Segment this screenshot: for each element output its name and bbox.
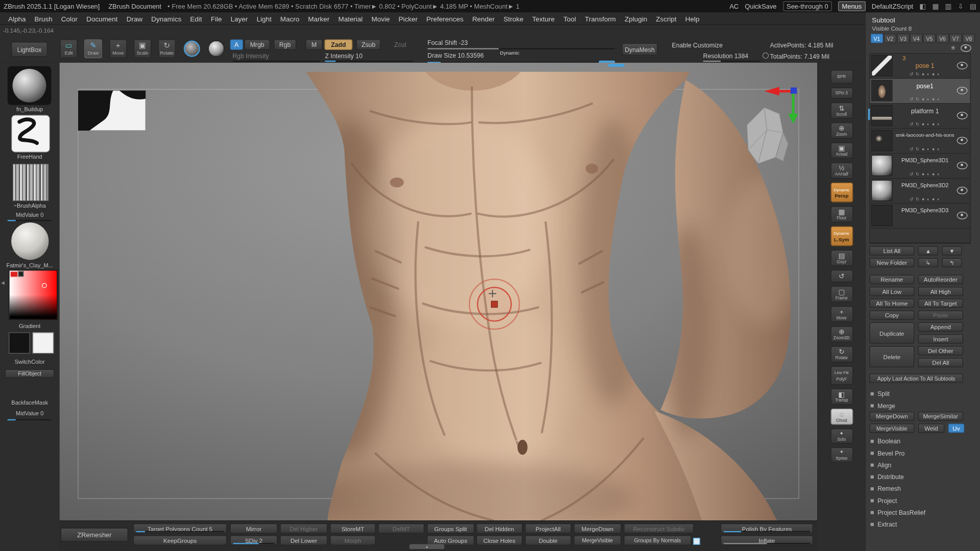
menu-help[interactable]: Help [681,15,704,22]
subtool-folder-row[interactable]: 3 pose 1 ↺ ↻ ● ◐ ● ◐ [870,54,970,79]
floor-grid-button[interactable]: ▦Floor [830,206,853,222]
menu-layer[interactable]: Layer [226,15,252,22]
menu-light[interactable]: Light [252,15,276,22]
duplicate-button[interactable]: Duplicate [869,322,914,344]
zremesher-button[interactable]: ZRemesher [61,528,128,542]
canvas-scroll-handle[interactable] [608,64,624,67]
close-holes-button[interactable]: Close Holes [476,535,523,545]
backface-mask-button[interactable]: BackfaceMask [0,400,59,406]
append-button[interactable]: Append [918,322,963,332]
enable-customize-toggle[interactable]: Enable Customize [672,42,722,48]
transparency-button[interactable]: ◧Transp [830,389,853,405]
menu-render[interactable]: Render [468,15,499,22]
resolution-knob[interactable] [763,53,769,59]
subtool-row-icons[interactable]: ↺ ↻ ● ◐ ● ◐ [894,72,956,77]
tab-v6[interactable]: V6 [936,34,948,43]
default-zscript-button[interactable]: DefaultZScript [872,3,913,10]
tab-v8[interactable]: V8 [963,34,975,43]
menu-picker[interactable]: Picker [394,15,422,22]
menu-preferences[interactable]: Preferences [422,15,468,22]
groups-split-button[interactable]: Groups Split [427,523,474,534]
main-color-swatch[interactable] [9,332,30,354]
all-to-target-button[interactable]: All To Target [918,298,963,308]
current-brush-thumbnail[interactable] [8,66,52,105]
subtool-thumbnail[interactable] [871,130,893,152]
storemt-button[interactable]: StoreMT [330,523,376,534]
scroll-button[interactable]: ⇅Scroll [830,103,853,119]
aahalf-button[interactable]: ½AAHalf [830,162,853,179]
subtool-thumbnail[interactable] [871,155,893,177]
target-polygons-slider[interactable]: Target Polygons Count 5 [133,523,227,534]
split-layout-icon[interactable]: ▥ [945,2,951,10]
focal-shift-track[interactable] [428,48,615,49]
menu-dynamics[interactable]: Dynamics [147,15,186,22]
tab-v1[interactable]: V1 [871,34,883,43]
menu-stroke[interactable]: Stroke [499,15,528,22]
menu-document[interactable]: Document [82,15,122,22]
subtool-row[interactable]: platform 1 ↺ ↻ ● ◐ ● ◐ [870,104,970,129]
xpose-button[interactable]: ✦Xpose [830,447,853,462]
del-lower-button[interactable]: Del Lower [280,535,328,545]
subtool-row-icons[interactable]: ↺ ↻ ● ◐ ● ◐ [894,147,956,152]
subtool-row-icons[interactable]: ↺ ↻ ● ◐ ● ◐ [894,197,956,202]
panel-left-icon[interactable]: ◧ [919,2,926,10]
new-folder-button[interactable]: New Folder [869,258,914,267]
subtool-row[interactable]: PM3D_Sphere3D2 ↺ ↻ ● ◐ ● ◐ [870,179,970,204]
visibility-eye-icon[interactable] [957,187,968,194]
current-stroke-thumbnail[interactable] [11,115,50,152]
subtool-row-selected[interactable]: pose1 ↺ ↻ ● ◐ ● ◐ [870,79,970,104]
del-all-button[interactable]: Del All [918,358,963,367]
subtool-name[interactable]: PM3D_Sphere3D3 [894,208,956,214]
subtool-name[interactable]: pose1 [894,83,956,89]
gxyz-button[interactable]: ▤Gxyz [830,250,853,266]
menu-texture[interactable]: Texture [528,15,559,22]
rgb-intensity-slider[interactable]: Rgb Intensity [233,53,269,59]
rgb-button[interactable]: Rgb [274,39,296,50]
subtool-row-icons[interactable]: ↺ ↻ ● ◐ ● ◐ [894,172,956,177]
subtool-thumbnail[interactable] [871,105,893,127]
section-distribute[interactable]: Distribute [869,471,980,483]
scale-tool-button[interactable]: ▣ Scale [134,39,151,58]
rows-layout-icon[interactable]: ▤ [970,2,976,10]
gradient-label[interactable]: Gradient [0,323,59,329]
gear-icon[interactable]: ✳ [950,44,955,51]
subtool-name[interactable]: PM3D_Sphere3D1 [894,158,956,164]
edit-tool-button[interactable]: ▭ Edit [60,39,78,58]
section-project-basrelief[interactable]: Project BasRelief [869,507,980,518]
see-through-control[interactable]: See-through 0 [783,1,832,11]
dynamic-draw-size-label[interactable]: Dynamic [500,50,520,56]
menu-macro[interactable]: Macro [276,15,304,22]
menu-edit[interactable]: Edit [186,15,206,22]
move-tool-button[interactable]: + Move [109,39,127,58]
zoom-button[interactable]: ⊕Zoom [830,122,853,139]
subtool-panel-title[interactable]: Subtool [869,15,980,24]
switch-color-button[interactable]: SwitchColor [0,359,59,365]
visibility-eye-icon[interactable] [957,137,968,144]
rotate-view-button[interactable]: ↻Rotate [830,346,853,362]
menu-brush[interactable]: Brush [30,15,57,22]
menu-material[interactable]: Material [334,15,367,22]
left-tray-collapse-arrow[interactable]: ◄ [0,280,6,286]
mirror-button[interactable]: Mirror [230,523,278,534]
resolution-slider[interactable]: Resolution 1384 [703,53,749,59]
move-subtool-down-button[interactable]: ▼ [942,246,962,255]
project-all-button[interactable]: ProjectAll [525,523,572,534]
rename-button[interactable]: Rename [869,275,914,284]
insert-button[interactable]: Insert [918,334,963,343]
menu-movie[interactable]: Movie [367,15,394,22]
weld-button[interactable]: Weld [918,423,944,433]
inflate-slider[interactable]: Inflate [721,535,813,545]
spix-slider[interactable]: SPix 3 [830,87,853,98]
section-boolean[interactable]: Boolean [869,435,980,447]
section-bevel-pro[interactable]: Bevel Pro [869,447,980,459]
subtool-thumbnail[interactable] [871,80,893,102]
polyframe-button[interactable]: Line FillPolyF [830,366,853,385]
section-split[interactable]: Split [869,388,980,399]
subtool-thumbnail[interactable] [871,205,893,227]
menu-zplugin[interactable]: Zplugin [620,15,651,22]
tab-v4[interactable]: V4 [910,34,922,43]
current-material-thumbnail[interactable] [11,222,48,260]
draw-tool-button[interactable]: ✎ Draw [84,39,102,58]
bpr-button[interactable]: BPR [830,70,853,84]
tab-v5[interactable]: V5 [923,34,936,43]
